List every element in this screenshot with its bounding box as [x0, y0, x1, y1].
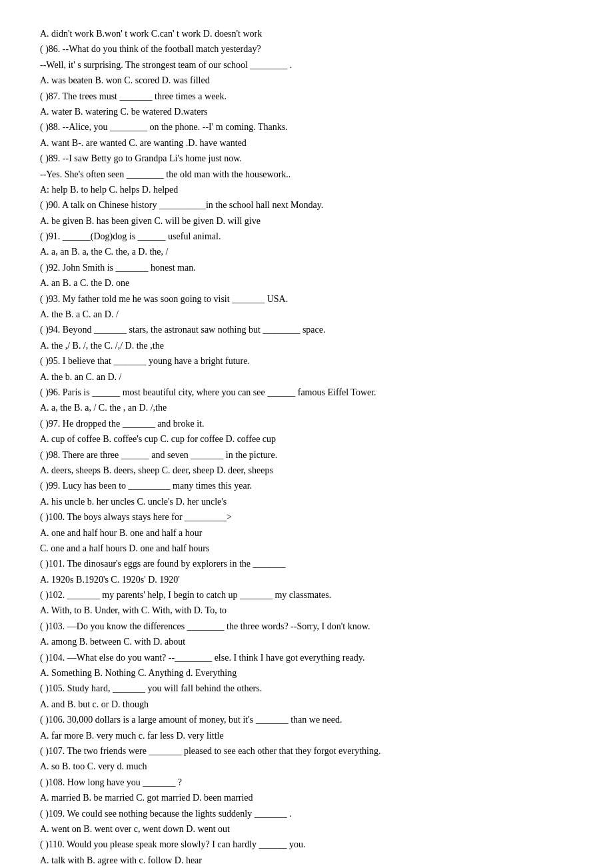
text-line: A. so B. too C. very d. much: [40, 759, 573, 774]
text-line: A. among B. between C. with D. about: [40, 635, 573, 649]
text-line: ( )108. How long have you _______ ?: [40, 775, 573, 790]
text-line: ( )105. Study hard, _______ you will fal…: [40, 681, 573, 696]
text-line: ( )102. _______ my parents' help, I begi…: [40, 588, 573, 603]
text-body: A. didn't work B.won' t work C.can' t wo…: [40, 27, 573, 868]
text-line: A. deers, sheeps B. deers, sheep C. deer…: [40, 463, 573, 478]
text-line: A. a, the B. a, / C. the , an D. /,the: [40, 401, 573, 415]
text-line: ( )88. --Alice, you ________ on the phon…: [40, 120, 573, 135]
text-line: C. one and a half hours D. one and half …: [40, 541, 573, 556]
text-line: ( )104. —What else do you want? --______…: [40, 651, 573, 665]
text-line: ( )100. The boys always stays here for _…: [40, 510, 573, 525]
text-line: A. and B. but c. or D. though: [40, 697, 573, 712]
text-line: ( )89. --I saw Betty go to Grandpa Li's …: [40, 151, 573, 166]
text-line: A. an B. a C. the D. one: [40, 276, 573, 291]
text-line: ( )92. John Smith is _______ honest man.: [40, 261, 573, 275]
text-line: ( )90. A talk on Chinese history _______…: [40, 198, 573, 213]
text-line: A. his uncle b. her uncles C. uncle's D.…: [40, 495, 573, 509]
text-line: A. a, an B. a, the C. the, a D. the, /: [40, 245, 573, 259]
text-line: A. 1920s B.1920's C. 1920s' D. 1920': [40, 573, 573, 587]
text-line: ( )99. Lucy has been to _________ many t…: [40, 479, 573, 493]
text-line: ( )97. He dropped the _______ and broke …: [40, 417, 573, 431]
text-line: A. talk with B. agree with c. follow D. …: [40, 853, 573, 868]
text-line: --Well, it' s surprising. The strongest …: [40, 58, 573, 73]
text-line: A. With, to B. Under, with C. With, with…: [40, 603, 573, 618]
text-line: ( )87. The trees must _______ three time…: [40, 89, 573, 104]
page-content: A. didn't work B.won' t work C.can' t wo…: [40, 27, 573, 868]
text-line: A. the ,/ B. /, the C. /,/ D. the ,the: [40, 339, 573, 353]
text-line: A. Something B. Nothing C. Anything d. E…: [40, 666, 573, 681]
text-line: ( )94. Beyond _______ stars, the astrona…: [40, 323, 573, 337]
text-line: A. one and half hour B. one and half a h…: [40, 526, 573, 541]
text-line: ( )110. Would you please speak more slow…: [40, 837, 573, 852]
text-line: A. the B. a C. an D. /: [40, 307, 573, 322]
text-line: A. want B-. are wanted C. are wanting .D…: [40, 136, 573, 151]
text-line: A. went on B. went over c, went down D. …: [40, 822, 573, 837]
text-line: --Yes. She's often seen ________ the old…: [40, 167, 573, 182]
text-line: ( )95. I believe that _______ young have…: [40, 354, 573, 369]
text-line: A. didn't work B.won' t work C.can' t wo…: [40, 27, 573, 41]
text-line: ( )98. There are three ______ and seven …: [40, 448, 573, 463]
text-line: A. married B. be married C. got married …: [40, 791, 573, 805]
text-line: ( )107. The two friends were _______ ple…: [40, 744, 573, 759]
text-line: ( )86. --What do you think of the footba…: [40, 42, 573, 57]
text-line: A: help B. to help C. helps D. helped: [40, 183, 573, 197]
text-line: ( )91. ______(Dog)dog is ______ useful a…: [40, 229, 573, 244]
text-line: ( )101. The dinosaur's eggs are found by…: [40, 557, 573, 571]
text-line: A. was beaten B. won C. scored D. was fi…: [40, 73, 573, 88]
text-line: ( )106. 30,000 dollars is a large amount…: [40, 713, 573, 727]
text-line: ( )109. We could see nothing because the…: [40, 807, 573, 821]
text-line: A. the b. an C. an D. /: [40, 370, 573, 385]
text-line: A. water B. watering C. be watered D.wat…: [40, 105, 573, 119]
text-line: A. be given B. has been given C. will be…: [40, 214, 573, 229]
text-line: A. far more B. very much c. far less D. …: [40, 729, 573, 743]
text-line: ( )103. —Do you know the differences ___…: [40, 619, 573, 634]
text-line: ( )96. Paris is ______ most beautiful ci…: [40, 385, 573, 400]
text-line: A. cup of coffee B. coffee's cup C. cup …: [40, 432, 573, 447]
text-line: ( )93. My father told me he was soon goi…: [40, 292, 573, 307]
